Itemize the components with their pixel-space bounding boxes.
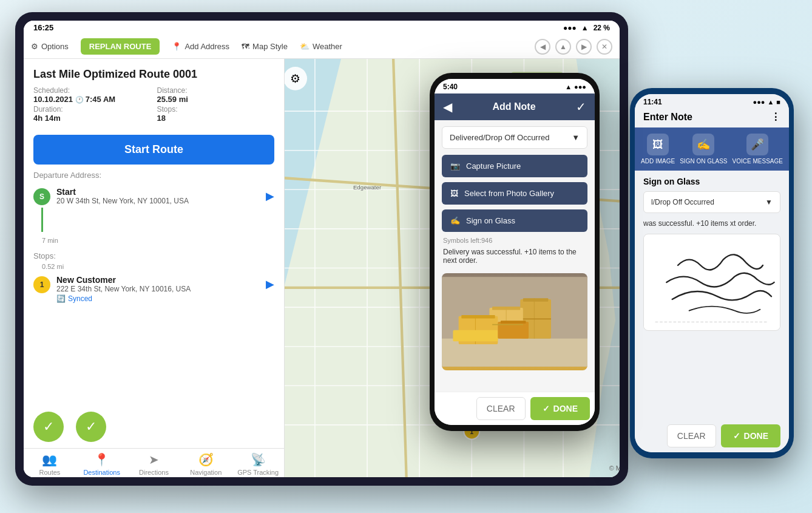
delivery-type-dropdown[interactable]: Delivered/Drop Off Occurred ▼ [442,126,587,149]
phone1-add-note: 5:40 ▲ ●●● ◀ Add Note ✓ Delivered/Drop O… [430,73,600,431]
bottom-tabs: 👥 Routes 📍 Destinations ➤ Directions 🧭 N… [24,448,284,477]
phone1-header: ◀ Add Note ✓ [435,93,595,120]
svg-rect-50 [523,298,549,302]
stop1-info: New Customer 222 E 34th St, New York, NY… [56,275,260,303]
start-route-button[interactable]: Start Route [33,135,274,165]
gear-icon: ⚙ [31,42,38,51]
voice-message-action[interactable]: 🎤 VOICE MESSAGE [732,134,783,165]
svg-text:Edgewater: Edgewater [353,184,382,191]
sign-on-glass-button[interactable]: ✍ Sign on Glass [442,209,587,232]
phone2-menu-icon[interactable]: ⋮ [771,111,780,123]
signature-drawing [644,234,780,330]
stops-section-label: Stops: [24,246,284,263]
stop1-status: 🔄 Synced [56,294,260,303]
nav-back-button[interactable]: ◀ [535,39,550,55]
phone2-time: 11:41 [643,98,662,106]
boxes-illustration [442,273,587,370]
tab-directions[interactable]: ➤ Directions [128,452,180,476]
svg-rect-60 [501,321,526,324]
phone2-status-bar: 11:41 ●●● ▲ ■ [635,94,789,109]
tablet-time: 16:25 [33,23,53,32]
check-button-2[interactable]: ✓ [76,412,106,442]
symbols-count: Symbols left:946 [435,234,595,246]
phone1-wifi: ●●● [574,83,586,90]
battery-icon: 22 % [594,24,610,32]
route-info: Last Mile Optimized Route 0001 Scheduled… [24,59,284,129]
phone2-dropdown[interactable]: l/Drop Off Occurred ▼ [643,191,780,213]
phone1-signal: ▲ [565,83,572,90]
mic-icon: 🎤 [746,134,768,155]
replan-route-button[interactable]: REPLAN ROUTE [81,38,160,55]
sign-on-glass-action[interactable]: ✍ SIGN ON GLASS [680,134,727,165]
svg-rect-56 [461,315,495,319]
sign-icon: ✍ [450,216,460,225]
nav-up-button[interactable]: ▲ [555,39,571,55]
phone2-done-icon: ✓ [733,431,740,441]
delivery-note-text: Delivery was successful. +10 items to th… [435,246,595,270]
stop1-navigate-icon[interactable]: ▶ [266,277,274,291]
weather-icon: ⛅ [300,42,310,51]
map-style-button[interactable]: 🗺 Map Style [242,42,288,51]
departure-stop-item: S Start 20 W 34th St, New York, NY 10001… [33,183,274,237]
back-button[interactable]: ◀ [443,100,452,114]
destinations-icon: 📍 [94,452,109,467]
photo-preview [442,273,587,370]
gallery-icon: 🖼 [450,189,458,198]
duration-row: Duration: 4h 14m [33,105,151,123]
phone2-body: Sign on Glass l/Drop Off Occurred ▼ was … [635,171,789,420]
phone1-body: Delivered/Drop Off Occurred ▼ 📷 Capture … [435,120,595,392]
stop1-dist: 0.52 mi [33,263,274,270]
tab-destinations[interactable]: 📍 Destinations [76,452,128,476]
directions-icon: ➤ [149,452,159,467]
pin-icon: 📍 [172,42,181,51]
svg-rect-58 [453,330,498,341]
sync-icon: 🔄 [56,294,66,303]
sign-glass-icon: ✍ [692,134,714,155]
clear-button[interactable]: CLEAR [476,397,526,420]
add-address-button[interactable]: 📍 Add Address [172,42,229,51]
signature-canvas[interactable] [643,234,780,331]
phone1-screen: 5:40 ▲ ●●● ◀ Add Note ✓ Delivered/Drop O… [435,79,595,425]
nav-forward-button[interactable]: ▶ [576,39,592,55]
capture-picture-button[interactable]: 📷 Capture Picture [442,155,587,177]
phone2-clear-button[interactable]: CLEAR [667,424,716,447]
phone1-bottom-bar: CLEAR ✓ DONE [435,392,595,425]
phone2-wifi: ▲ [767,98,774,106]
phone2-battery: ■ [776,98,780,106]
map-icon: 🗺 [242,42,249,51]
phone2-screen: 11:41 ●●● ▲ ■ Enter Note ⋮ 🖼 ADD IMAGE ✍… [635,94,789,452]
tab-routes[interactable]: 👥 Routes [24,452,76,476]
camera-icon: 📷 [450,161,460,171]
start-navigate-icon[interactable]: ▶ [266,189,274,203]
gps-icon: 📡 [251,452,266,467]
sign-on-glass-label: Sign on Glass [643,177,780,186]
check-button-1[interactable]: ✓ [33,412,64,442]
done-check-icon: ✓ [543,404,550,413]
phone2-action-row: 🖼 ADD IMAGE ✍ SIGN ON GLASS 🎤 VOICE MESS… [635,127,789,171]
phone1-title: Add Note [458,101,570,112]
phone2-signal: ●●● [753,98,765,106]
weather-button[interactable]: ⛅ Weather [300,42,342,51]
tablet-toolbar: ⚙ Options REPLAN ROUTE 📍 Add Address 🗺 M… [24,35,620,59]
start-stop-info: Start 20 W 34th St, New York, NY 10001, … [56,187,260,205]
dropdown-arrow-icon: ▼ [572,133,580,142]
photo-gallery-button[interactable]: 🖼 Select from Photo Gallery [442,182,587,205]
tab-navigation[interactable]: 🧭 Navigation [180,452,232,476]
svg-rect-63 [644,237,780,327]
phone2-title: Enter Note [643,112,692,123]
add-image-action[interactable]: 🖼 ADD IMAGE [641,134,675,165]
distance-row: Distance: 25.59 mi [157,86,275,104]
phone2-title-bar: Enter Note ⋮ [635,109,789,127]
tablet-status-bar: 16:25 ●●● ▲ 22 % [24,21,620,35]
signal-icon: ●●● [563,24,577,32]
departure-section: Departure Address: S Start 20 W 34th St,… [24,171,284,246]
phone1-status-icons: ▲ ●●● [565,83,586,90]
phone2-done-button[interactable]: ✓ DONE [721,424,780,447]
tab-gps[interactable]: 📡 GPS Tracking [232,452,284,476]
phone2-status-icons: ●●● ▲ ■ [753,98,780,106]
nav-close-button[interactable]: ✕ [597,39,612,55]
stops-list: 0.52 mi 1 New Customer 222 E 34th St, Ne… [24,263,284,307]
checkmark-button[interactable]: ✓ [576,100,586,114]
done-button[interactable]: ✓ DONE [530,397,590,420]
options-button[interactable]: ⚙ Options [31,42,69,51]
